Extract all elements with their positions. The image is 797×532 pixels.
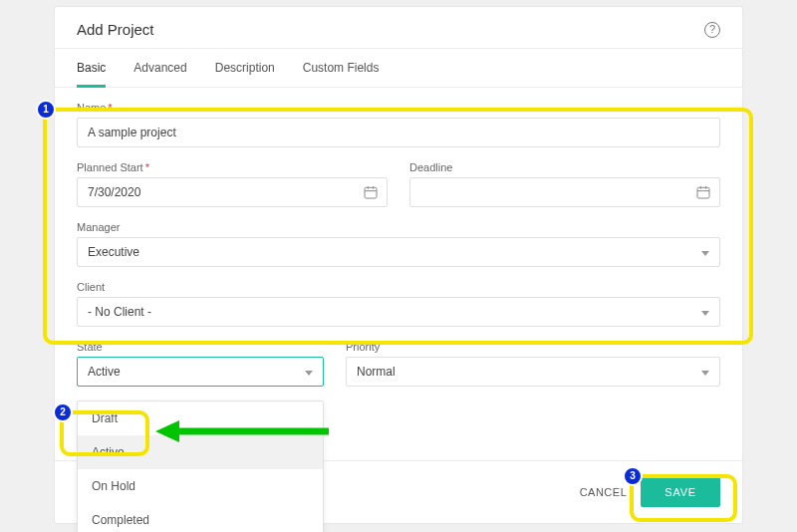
- planned-start-label: Planned Start*: [77, 161, 388, 173]
- manager-label: Manager: [77, 221, 720, 233]
- priority-label: Priority: [346, 341, 720, 353]
- svg-rect-0: [365, 187, 377, 198]
- calendar-icon: [363, 184, 379, 200]
- deadline-input[interactable]: [409, 177, 720, 207]
- tab-bar: Basic Advanced Description Custom Fields: [55, 49, 742, 88]
- state-select[interactable]: Active: [77, 357, 324, 387]
- state-option-on-hold[interactable]: On Hold: [78, 469, 323, 503]
- name-label: Name*: [77, 102, 720, 114]
- svg-rect-4: [697, 187, 709, 198]
- deadline-label: Deadline: [409, 161, 720, 173]
- dialog-header: Add Project ?: [55, 7, 742, 48]
- tab-description[interactable]: Description: [215, 61, 275, 87]
- cancel-button[interactable]: CANCEL: [580, 486, 628, 498]
- tab-basic[interactable]: Basic: [77, 61, 106, 88]
- state-option-draft[interactable]: Draft: [78, 401, 323, 435]
- tab-custom-fields[interactable]: Custom Fields: [303, 61, 380, 87]
- state-dropdown[interactable]: Draft Active On Hold Completed Cancelled: [77, 400, 324, 532]
- planned-start-input[interactable]: 7/30/2020: [77, 177, 388, 207]
- client-select[interactable]: - No Client -: [77, 297, 720, 327]
- tab-advanced[interactable]: Advanced: [133, 61, 186, 87]
- state-option-completed[interactable]: Completed: [78, 503, 323, 532]
- client-label: Client: [77, 281, 720, 293]
- state-label: State: [77, 341, 324, 353]
- save-button[interactable]: SAVE: [641, 477, 720, 507]
- state-option-active[interactable]: Active: [78, 435, 323, 469]
- calendar-icon: [695, 184, 711, 200]
- help-icon[interactable]: ?: [704, 22, 720, 38]
- priority-select[interactable]: Normal: [346, 357, 720, 387]
- manager-select[interactable]: Executive: [77, 237, 720, 267]
- dialog-title: Add Project: [77, 21, 154, 38]
- name-input[interactable]: A sample project: [77, 118, 720, 147]
